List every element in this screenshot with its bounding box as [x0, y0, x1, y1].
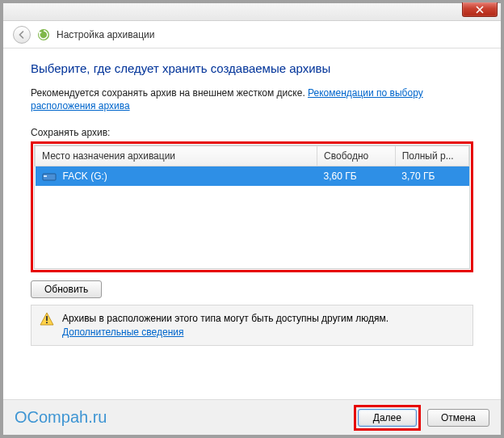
drive-free: 3,60 ГБ — [317, 166, 396, 187]
next-button[interactable]: Далее — [358, 409, 417, 427]
col-total[interactable]: Полный р... — [395, 146, 468, 166]
svg-rect-4 — [46, 322, 48, 324]
destination-table: Место назначения архивации Свободно Полн… — [34, 145, 470, 269]
refresh-button[interactable]: Обновить — [31, 280, 102, 298]
close-icon — [476, 6, 484, 14]
footer-bar: OCompah.ru Далее Отмена — [3, 399, 501, 435]
page-heading: Выберите, где следует хранить создаваемы… — [31, 61, 473, 75]
content-area: Выберите, где следует хранить создаваемы… — [3, 48, 501, 399]
drive-total: 3,70 ГБ — [395, 166, 468, 187]
drive-name: FACK (G:) — [63, 171, 107, 182]
header-bar: Настройка архивации — [3, 21, 501, 48]
svg-rect-3 — [46, 316, 48, 321]
dialog-window: Настройка архивации Выберите, где следуе… — [0, 0, 504, 438]
save-archive-label: Сохранять архив: — [31, 127, 473, 138]
close-button[interactable] — [462, 2, 498, 17]
cancel-button[interactable]: Отмена — [427, 409, 489, 427]
recommendation-text: Рекомендуется сохранять архив на внешнем… — [31, 86, 473, 112]
highlight-next: Далее — [354, 405, 421, 431]
table-row[interactable]: FACK (G:) 3,60 ГБ 3,70 ГБ — [36, 166, 469, 187]
col-destination[interactable]: Место назначения архивации — [36, 146, 317, 166]
warning-link[interactable]: Дополнительные сведения — [62, 326, 183, 338]
col-free[interactable]: Свободно — [317, 146, 396, 166]
warning-icon — [40, 312, 54, 326]
watermark: OCompah.ru — [15, 408, 107, 427]
drive-icon — [42, 171, 57, 182]
header-title: Настройка архивации — [57, 29, 155, 40]
back-button[interactable] — [13, 26, 31, 44]
warning-box: Архивы в расположении этого типа могут б… — [31, 305, 473, 345]
recommendation-intro: Рекомендуется сохранять архив на внешнем… — [31, 87, 308, 99]
highlight-table: Место назначения архивации Свободно Полн… — [31, 141, 473, 272]
svg-rect-2 — [44, 175, 47, 177]
backup-icon — [37, 28, 50, 41]
arrow-left-icon — [17, 30, 27, 40]
warning-text: Архивы в расположении этого типа могут б… — [62, 313, 388, 324]
titlebar — [3, 3, 501, 21]
